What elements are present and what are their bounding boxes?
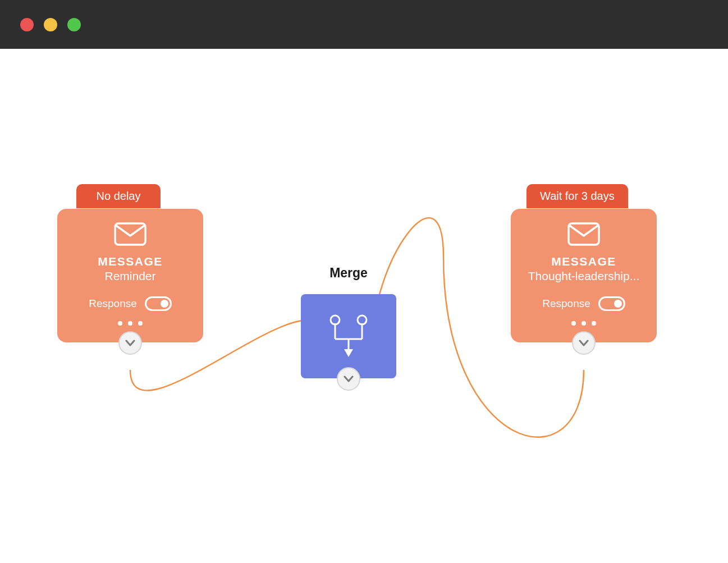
message-title: Thought-leadership... — [511, 269, 657, 283]
response-label: Response — [542, 297, 590, 310]
svg-point-8 — [358, 315, 367, 324]
message-node-thought-leadership[interactable]: Wait for 3 days MESSAGE Thought-leadersh… — [511, 209, 657, 342]
delay-tab[interactable]: Wait for 3 days — [526, 184, 628, 208]
response-label: Response — [89, 297, 137, 310]
merge-node-body — [301, 294, 396, 378]
message-type-label: MESSAGE — [511, 255, 657, 268]
window-titlebar — [0, 0, 728, 49]
window-maximize-button[interactable] — [67, 18, 81, 31]
response-toggle[interactable] — [145, 296, 172, 311]
message-node-reminder[interactable]: No delay MESSAGE Reminder Response — [57, 209, 203, 342]
more-options-icon[interactable] — [511, 321, 657, 326]
expand-button[interactable] — [118, 331, 142, 355]
expand-button[interactable] — [572, 331, 596, 355]
svg-rect-0 — [115, 223, 145, 245]
message-title: Reminder — [57, 269, 203, 283]
svg-rect-1 — [569, 223, 599, 245]
merge-node[interactable]: Merge — [301, 266, 396, 378]
window-close-button[interactable] — [20, 18, 34, 31]
more-options-icon[interactable] — [57, 321, 203, 326]
merge-icon — [322, 311, 376, 361]
message-node-body: MESSAGE Reminder Response — [57, 209, 203, 342]
delay-tab[interactable]: No delay — [76, 184, 161, 208]
window-minimize-button[interactable] — [44, 18, 57, 31]
response-toggle[interactable] — [598, 296, 625, 311]
svg-marker-6 — [344, 349, 353, 357]
merge-label: Merge — [301, 266, 396, 281]
message-node-body: MESSAGE Thought-leadership... Response — [511, 209, 657, 342]
expand-button[interactable] — [337, 367, 360, 391]
mail-icon — [567, 222, 600, 246]
message-type-label: MESSAGE — [57, 255, 203, 268]
mail-icon — [114, 222, 146, 246]
svg-point-7 — [331, 315, 340, 324]
flow-canvas[interactable]: No delay MESSAGE Reminder Response Wait … — [0, 49, 728, 563]
